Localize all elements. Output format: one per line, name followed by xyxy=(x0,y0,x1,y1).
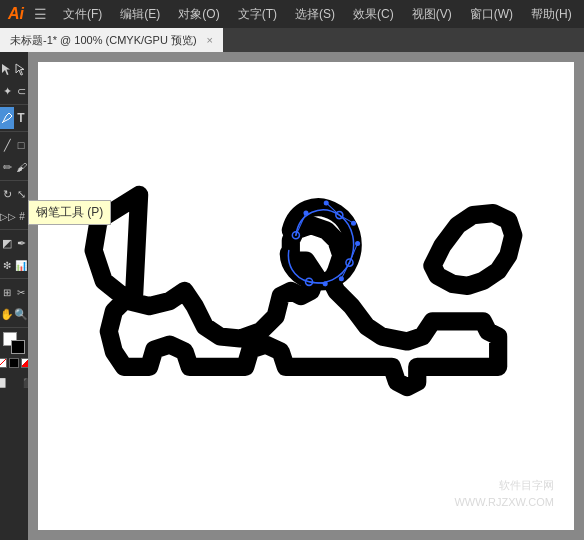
scale-tool[interactable]: ⤡ xyxy=(14,183,28,205)
type-tool[interactable]: T xyxy=(14,107,28,129)
menu-text[interactable]: 文字(T) xyxy=(232,4,283,25)
menu-select[interactable]: 选择(S) xyxy=(289,4,341,25)
main-area: 钢笔工具 (P) ✦ ⊂ xyxy=(0,52,584,540)
artboard-tool[interactable]: ⊞ xyxy=(0,281,14,303)
magic-wand-tool[interactable]: ✦ xyxy=(0,80,14,102)
none-swatch[interactable] xyxy=(0,358,7,368)
menu-edit[interactable]: 编辑(E) xyxy=(114,4,166,25)
symbol-tool[interactable]: ❇ xyxy=(0,254,14,276)
brush-tool[interactable]: 🖌 xyxy=(14,156,28,178)
active-tab[interactable]: 未标题-1* @ 100% (CMYK/GPU 预览) × xyxy=(0,28,223,52)
direct-select-tool[interactable] xyxy=(14,58,28,80)
slice-tool[interactable]: ✂ xyxy=(14,281,28,303)
title-bar: Ai ☰ 文件(F) 编辑(E) 对象(O) 文字(T) 选择(S) 效果(C)… xyxy=(0,0,584,28)
menu-effect[interactable]: 效果(C) xyxy=(347,4,400,25)
hand-tool[interactable]: ✋ xyxy=(0,303,14,325)
ai-logo: Ai xyxy=(8,5,24,23)
tool-group-draw: ╱ □ ✏ 🖌 xyxy=(0,132,28,181)
tool-group-pen: T xyxy=(0,105,28,132)
drawing-svg xyxy=(38,62,574,530)
menu-window[interactable]: 窗口(W) xyxy=(464,4,519,25)
tool-group-transform: ↻ ⤡ ▷▷ # xyxy=(0,181,28,230)
zoom-tool[interactable]: 🔍 xyxy=(14,303,28,325)
left-toolbar: 钢笔工具 (P) ✦ ⊂ xyxy=(0,52,28,540)
tab-close-button[interactable]: × xyxy=(207,34,213,46)
main-shape xyxy=(94,195,514,387)
tab-bar: 未标题-1* @ 100% (CMYK/GPU 预览) × xyxy=(0,28,584,52)
eyedropper-tool[interactable]: ✒ xyxy=(14,232,28,254)
chart-tool[interactable]: 📊 xyxy=(14,254,28,276)
tool-group-select: ✦ ⊂ xyxy=(0,56,28,105)
tool-group-fill: ◩ ✒ ❇ 📊 xyxy=(0,230,28,279)
svg-point-7 xyxy=(339,276,344,281)
pencil-tool[interactable]: ✏ xyxy=(0,156,14,178)
rotate-tool[interactable]: ↻ xyxy=(0,183,14,205)
select-tool[interactable] xyxy=(0,58,14,80)
menu-object[interactable]: 对象(O) xyxy=(172,4,225,25)
rect-tool[interactable]: □ xyxy=(14,134,28,156)
background-color[interactable] xyxy=(11,340,25,354)
hamburger-icon[interactable]: ☰ xyxy=(34,6,47,22)
tool-group-misc: ⊞ ✂ ✋ 🔍 xyxy=(0,279,28,328)
mesh-tool[interactable]: # xyxy=(16,205,28,227)
lasso-tool[interactable]: ⊂ xyxy=(14,80,28,102)
gradient-tool[interactable]: ◩ xyxy=(0,232,14,254)
menu-view[interactable]: 视图(V) xyxy=(406,4,458,25)
pen-tool[interactable] xyxy=(0,107,14,129)
blend-tool[interactable]: ▷▷ xyxy=(0,205,16,227)
tab-label: 未标题-1* @ 100% (CMYK/GPU 预览) xyxy=(10,33,197,48)
menu-file[interactable]: 文件(F) xyxy=(57,4,108,25)
menu-help[interactable]: 帮助(H) xyxy=(525,4,578,25)
color-swatches[interactable] xyxy=(3,332,25,354)
normal-view-icon[interactable]: ⬜ xyxy=(0,372,13,394)
color-icons-row xyxy=(0,358,31,368)
black-swatch[interactable] xyxy=(9,358,19,368)
canvas-area[interactable]: 软件目字网 WWW.RJZXW.COM xyxy=(28,52,584,540)
canvas-surface: 软件目字网 WWW.RJZXW.COM xyxy=(38,62,574,530)
line-tool[interactable]: ╱ xyxy=(0,134,14,156)
